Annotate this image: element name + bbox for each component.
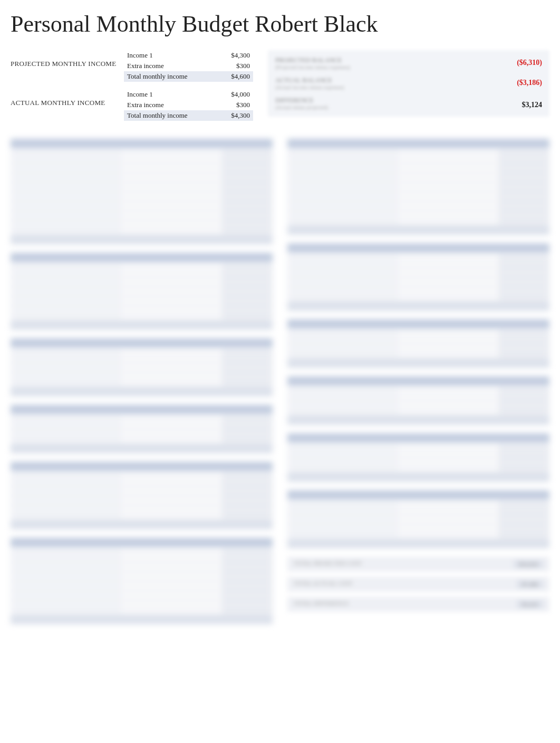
actual-income-label: ACTUAL MONTHLY INCOME <box>11 89 124 121</box>
row-label: Total monthly income <box>127 72 188 81</box>
row-label: Income 1 <box>127 51 153 60</box>
subtotal-row <box>287 225 549 235</box>
category-table <box>287 490 549 548</box>
category-header <box>11 405 273 414</box>
category-table <box>11 253 273 330</box>
table-row <box>287 216 549 225</box>
category-header <box>11 538 273 547</box>
table-row <box>287 501 549 510</box>
income-row: Extra income $300 <box>124 100 253 110</box>
table-row <box>287 282 549 292</box>
category-header <box>287 319 549 329</box>
subtotal-row <box>11 520 273 529</box>
row-label: Total monthly income <box>127 111 188 120</box>
table-row <box>287 444 549 453</box>
table-row <box>287 406 549 415</box>
category-table <box>287 139 549 235</box>
category-table <box>287 433 549 482</box>
row-label: Income 1 <box>127 90 153 99</box>
table-row <box>287 453 549 463</box>
category-table <box>11 139 273 244</box>
totals-block: TOTAL PROJECTED COST $10,910 TOTAL ACTUA… <box>287 557 549 612</box>
actual-income-block: ACTUAL MONTHLY INCOME Income 1 $4,000 Ex… <box>11 89 253 121</box>
table-row <box>11 577 273 586</box>
row-value: $4,300 <box>213 111 250 120</box>
subtotal-row <box>287 301 549 311</box>
subtotal-row <box>11 235 273 244</box>
table-row <box>287 520 549 529</box>
table-row <box>287 339 549 349</box>
table-row <box>11 301 273 311</box>
row-value: $300 <box>213 101 250 109</box>
table-row <box>11 311 273 320</box>
table-row <box>11 358 273 368</box>
table-row <box>11 216 273 225</box>
table-row <box>287 387 549 396</box>
summary-sublabel: (Projected income minus expenses) <box>275 64 350 70</box>
table-row <box>287 529 549 539</box>
table-row <box>11 472 273 482</box>
total-label: TOTAL PROJECTED COST <box>294 560 362 568</box>
table-row <box>287 273 549 282</box>
table-row <box>287 187 549 197</box>
table-row <box>11 292 273 301</box>
subtotal-row <box>287 539 549 548</box>
difference-value: $3,124 <box>522 101 543 109</box>
total-value: $3,424 <box>517 600 543 608</box>
summary-actual-balance: ACTUAL BALANCE (Actual income minus expe… <box>268 73 549 93</box>
summary-sublabel: (Actual income minus expenses) <box>275 84 344 90</box>
table-row <box>11 282 273 292</box>
row-value: $4,300 <box>213 51 250 60</box>
total-actual-row: TOTAL ACTUAL COST $7,486 <box>287 577 549 592</box>
category-header <box>11 253 273 262</box>
table-row <box>11 501 273 510</box>
table-row <box>11 596 273 605</box>
table-row <box>11 159 273 168</box>
category-table <box>11 538 273 624</box>
category-table <box>287 319 549 368</box>
income-row: Income 1 $4,300 <box>124 50 253 61</box>
summary-projected-balance: PROJECTED BALANCE (Projected income minu… <box>268 53 549 73</box>
projected-balance-value: ($6,310) <box>517 59 542 67</box>
row-value: $4,000 <box>213 90 250 99</box>
category-table <box>287 376 549 425</box>
row-value: $4,600 <box>213 72 250 81</box>
total-value: $10,910 <box>514 560 543 568</box>
income-total-row: Total monthly income $4,600 <box>124 71 253 82</box>
projected-income-block: PROJECTED MONTHLY INCOME Income 1 $4,300… <box>11 50 253 82</box>
table-row <box>287 396 549 406</box>
table-row <box>287 254 549 263</box>
table-row <box>11 197 273 206</box>
summary-card: PROJECTED BALANCE (Projected income minu… <box>268 50 549 117</box>
table-row <box>11 349 273 358</box>
category-table <box>11 405 273 453</box>
table-row <box>11 206 273 216</box>
total-label: TOTAL DIFFERENCE <box>294 600 349 608</box>
subtotal-row <box>287 472 549 482</box>
income-row: Extra income $300 <box>124 61 253 71</box>
table-row <box>287 206 549 216</box>
subtotal-row <box>287 415 549 425</box>
subtotal-row <box>11 320 273 330</box>
total-projected-row: TOTAL PROJECTED COST $10,910 <box>287 557 549 571</box>
total-difference-row: TOTAL DIFFERENCE $3,424 <box>287 597 549 612</box>
table-row <box>287 330 549 339</box>
table-row <box>11 548 273 558</box>
table-row <box>11 586 273 596</box>
summary-label: PROJECTED BALANCE <box>275 56 342 64</box>
category-header <box>287 139 549 148</box>
category-header <box>11 338 273 348</box>
summary-difference: DIFFERENCE (Actual minus projected) <box>268 93 549 113</box>
categories-section: TOTAL PROJECTED COST $10,910 TOTAL ACTUA… <box>11 139 549 633</box>
category-table <box>287 243 549 311</box>
table-row <box>287 463 549 472</box>
income-total-row: Total monthly income $4,300 <box>124 110 253 121</box>
table-row <box>11 491 273 501</box>
row-label: Extra income <box>127 101 164 109</box>
row-value: $300 <box>213 62 250 70</box>
subtotal-row <box>11 387 273 396</box>
table-row <box>11 273 273 282</box>
table-row <box>11 434 273 444</box>
category-header <box>287 376 549 386</box>
table-row <box>287 149 549 159</box>
